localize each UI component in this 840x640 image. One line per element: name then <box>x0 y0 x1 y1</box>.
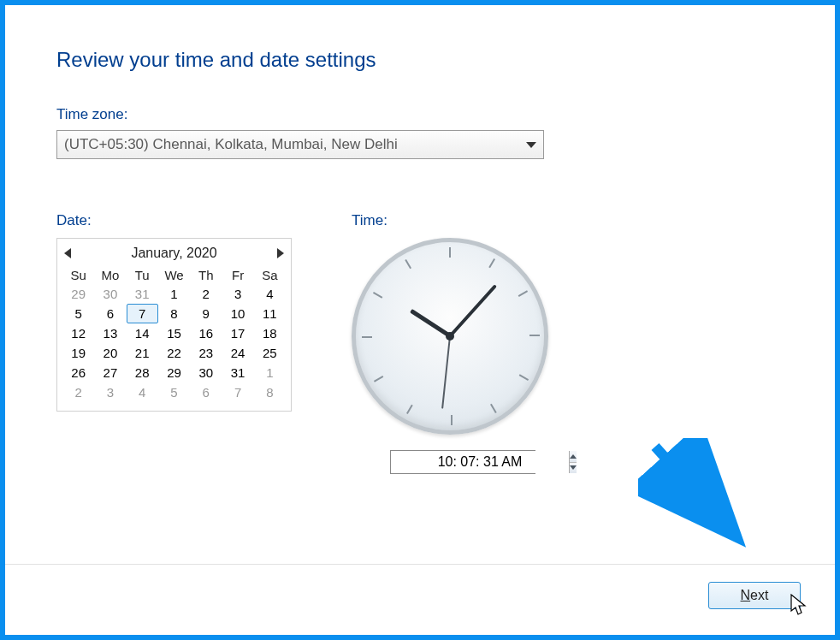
calendar-day[interactable]: 10 <box>222 304 253 323</box>
time-spin-up-button[interactable] <box>570 451 577 463</box>
clock-tick <box>449 247 451 258</box>
calendar-day[interactable]: 14 <box>127 323 158 343</box>
next-button[interactable]: Next <box>708 582 801 609</box>
calendar-day[interactable]: 27 <box>94 363 126 382</box>
calendar-month-title[interactable]: January, 2020 <box>131 246 216 261</box>
calendar-day[interactable]: 11 <box>254 304 286 323</box>
clock-tick <box>529 335 540 336</box>
calendar-day[interactable]: 3 <box>94 382 126 402</box>
calendar-day[interactable]: 19 <box>62 343 94 363</box>
chevron-down-icon <box>526 142 536 148</box>
calendar-day[interactable]: 6 <box>94 304 126 323</box>
calendar-dow: Su <box>62 266 94 284</box>
clock-tick <box>405 259 411 269</box>
timezone-selected-value: (UTC+05:30) Chennai, Kolkata, Mumbai, Ne… <box>64 136 398 153</box>
calendar-day[interactable]: 16 <box>190 323 222 343</box>
calendar-day[interactable]: 23 <box>190 343 222 363</box>
clock-minute-hand <box>449 284 498 337</box>
calendar-day[interactable]: 1 <box>158 284 190 304</box>
calendar-dow: We <box>158 266 190 284</box>
calendar-day[interactable]: 12 <box>62 323 94 343</box>
time-spin-down-button[interactable] <box>570 463 577 474</box>
calendar: January, 2020 SuMoTuWeThFrSa293031123456… <box>56 238 292 412</box>
clock-center-dot <box>446 332 454 341</box>
calendar-dow: Fr <box>222 266 253 284</box>
calendar-dow: Mo <box>94 266 126 284</box>
clock-tick <box>373 292 382 299</box>
calendar-day[interactable]: 24 <box>222 343 253 363</box>
calendar-day[interactable]: 30 <box>190 363 222 382</box>
time-input-wrap <box>390 450 535 474</box>
calendar-day[interactable]: 5 <box>158 382 190 402</box>
calendar-prev-button[interactable] <box>64 248 71 258</box>
analog-clock <box>352 238 548 435</box>
timezone-label: Time zone: <box>56 106 784 123</box>
calendar-day[interactable]: 29 <box>158 363 190 382</box>
clock-tick <box>519 374 529 381</box>
calendar-day[interactable]: 31 <box>127 284 158 304</box>
calendar-day[interactable]: 2 <box>62 382 94 402</box>
calendar-day[interactable]: 25 <box>254 343 286 363</box>
calendar-day[interactable]: 9 <box>190 304 222 323</box>
clock-tick <box>518 290 528 297</box>
calendar-day[interactable]: 7 <box>127 304 158 323</box>
calendar-day[interactable]: 21 <box>127 343 158 363</box>
time-spinner <box>569 451 577 473</box>
clock-tick <box>451 415 453 425</box>
calendar-day[interactable]: 30 <box>94 284 126 304</box>
calendar-day[interactable]: 15 <box>158 323 190 343</box>
clock-second-hand <box>441 336 451 409</box>
time-input[interactable] <box>391 451 569 473</box>
time-label: Time: <box>352 212 574 229</box>
calendar-day[interactable]: 4 <box>127 382 158 402</box>
calendar-dow: Sa <box>254 266 286 284</box>
date-label: Date: <box>56 212 292 229</box>
calendar-day[interactable]: 26 <box>62 363 94 382</box>
clock-tick <box>488 258 495 268</box>
calendar-dow: Th <box>190 266 222 284</box>
footer-divider <box>5 564 835 565</box>
calendar-day[interactable]: 5 <box>62 304 94 323</box>
clock-tick <box>406 405 413 414</box>
calendar-dow: Tu <box>127 266 158 284</box>
timezone-select[interactable]: (UTC+05:30) Chennai, Kolkata, Mumbai, Ne… <box>56 130 544 159</box>
calendar-day[interactable]: 6 <box>190 382 222 402</box>
calendar-day[interactable]: 3 <box>222 284 253 304</box>
clock-tick <box>490 404 497 413</box>
calendar-day[interactable]: 8 <box>158 304 190 323</box>
calendar-day[interactable]: 2 <box>190 284 222 304</box>
calendar-day[interactable]: 22 <box>158 343 190 363</box>
clock-hour-hand <box>410 309 452 338</box>
calendar-day[interactable]: 8 <box>254 382 286 402</box>
calendar-day[interactable]: 1 <box>254 363 286 382</box>
calendar-day[interactable]: 7 <box>222 382 253 402</box>
calendar-day[interactable]: 17 <box>222 323 253 343</box>
clock-tick <box>374 376 383 382</box>
page-title: Review your time and date settings <box>56 48 784 72</box>
calendar-day[interactable]: 20 <box>94 343 126 363</box>
clock-tick <box>362 336 372 338</box>
calendar-next-button[interactable] <box>277 248 284 258</box>
calendar-day[interactable]: 13 <box>94 323 126 343</box>
calendar-day[interactable]: 29 <box>62 284 94 304</box>
calendar-day[interactable]: 4 <box>254 284 286 304</box>
calendar-day[interactable]: 31 <box>222 363 253 382</box>
calendar-day[interactable]: 18 <box>254 323 286 343</box>
calendar-day[interactable]: 28 <box>127 363 158 382</box>
